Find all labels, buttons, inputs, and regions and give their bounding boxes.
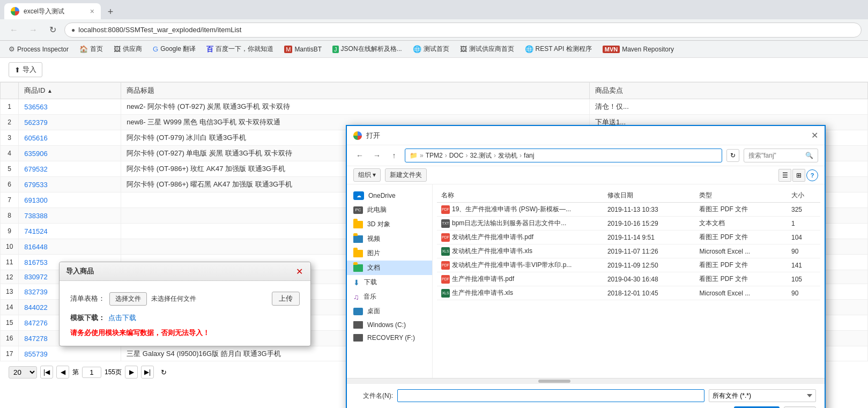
bookmark-json[interactable]: J JSON在线解析及格... — [328, 43, 406, 55]
file-list-item[interactable]: XLS发动机生产件批准申请书.xls 2019-11-07 11:26 Micr… — [437, 244, 820, 258]
bookmark-supplier[interactable]: 🖼 供应商 — [109, 43, 146, 55]
fd-bc-engine[interactable]: 发动机 — [498, 151, 517, 160]
scrollbar-thumb[interactable] — [538, 380, 570, 383]
fd-bc-tpm2[interactable]: TPM2 — [426, 152, 443, 159]
fd-bc-fanj[interactable]: fanj — [524, 152, 534, 159]
bookmark-process-inspector[interactable]: ⚙ Process Inspector — [4, 43, 73, 55]
fd-item-3d[interactable]: 3D 对象 — [347, 217, 432, 232]
fd-bc-test[interactable]: 32.测试 — [470, 151, 492, 160]
fd-forward-button[interactable]: → — [370, 149, 383, 162]
fd-item-music[interactable]: ♫ 音乐 — [347, 290, 432, 304]
page-input[interactable] — [82, 367, 101, 378]
fd-up-button[interactable]: ↑ — [388, 149, 400, 162]
folder-icon — [353, 221, 363, 228]
item-id[interactable]: 605616 — [19, 130, 121, 146]
file-list-item[interactable]: XLS生产件批准申请书.xls 2018-12-01 10:45 Microso… — [437, 286, 820, 300]
refresh-button[interactable]: ↻ — [157, 366, 170, 379]
upload-button[interactable]: 上传 — [272, 292, 300, 306]
last-page-button[interactable]: ▶| — [141, 366, 154, 379]
bookmark-rest-api[interactable]: 🌐 REST API 检测程序 — [521, 43, 596, 55]
fd-item-f-drive[interactable]: RECOVERY (F:) — [347, 331, 432, 344]
fd-organize-button[interactable]: 组织 ▾ — [353, 168, 381, 182]
fd-item-documents[interactable]: 文档 — [347, 261, 432, 275]
tab-favicon — [11, 7, 19, 16]
bookmark-google-translate[interactable]: G Google 翻译 — [149, 43, 200, 55]
item-id[interactable]: 679533 — [19, 177, 121, 192]
file-list-item[interactable]: PDF19、生产件批准申请书 (PSW)-新模板—... 2019-11-13 … — [437, 203, 820, 217]
col-header-id[interactable]: 商品ID ▲ — [19, 83, 121, 99]
first-page-button[interactable]: |◀ — [40, 366, 53, 379]
address-bar[interactable]: ● localhost:8080/SSMTest_war_exploded/it… — [64, 23, 862, 38]
prev-page-button[interactable]: ◀ — [56, 366, 69, 379]
horizontal-scrollbar[interactable] — [347, 378, 825, 383]
item-id[interactable]: 679532 — [19, 161, 121, 177]
bookmark-test-supplier[interactable]: 🖼 测试供应商首页 — [456, 43, 518, 55]
fd-item-pictures[interactable]: 图片 — [347, 246, 432, 261]
file-list-item[interactable]: PDF发动机生产件批准申请书-非VIP带水印.p... 2019-11-09 1… — [437, 258, 820, 272]
choose-file-button[interactable]: 选择文件 — [109, 292, 147, 306]
fd-item-video[interactable]: 视频 — [347, 232, 432, 246]
file-name[interactable]: XLS生产件批准申请书.xls — [437, 286, 603, 300]
import-dialog-close-button[interactable]: ✕ — [294, 266, 304, 276]
bookmark-home[interactable]: 🏠 首页 — [75, 43, 107, 55]
fd-bc-doc[interactable]: DOC — [449, 152, 464, 159]
file-name[interactable]: PDF19、生产件批准申请书 (PSW)-新模板—... — [437, 203, 603, 217]
fd-back-button[interactable]: ← — [353, 149, 366, 162]
file-name[interactable]: TXTbpm日志无法输出到服务器日志文件中... — [437, 217, 603, 231]
file-dialog-close-button[interactable]: ✕ — [811, 130, 818, 140]
fd-item-pc[interactable]: PC 此电脑 — [347, 203, 432, 217]
file-name[interactable]: PDF发动机生产件批准申请书.pdf — [437, 231, 603, 244]
item-id[interactable]: 635906 — [19, 146, 121, 161]
pdf-icon: PDF — [441, 261, 450, 270]
back-button[interactable]: ← — [6, 23, 21, 38]
fd-item-label: 文档 — [367, 263, 380, 272]
fd-col-name[interactable]: 名称 — [437, 189, 603, 203]
item-id[interactable]: 562379 — [19, 115, 121, 130]
fd-filename-input[interactable] — [397, 389, 704, 402]
row-number: 7 — [1, 192, 19, 208]
fd-filetype-select[interactable]: 所有文件 (*.*) — [709, 389, 816, 402]
fd-item-onedrive[interactable]: ☁ OneDrive — [347, 189, 432, 203]
fd-item-downloads[interactable]: ⬇ 下载 — [347, 275, 432, 290]
fd-filename-row: 文件名(N): 所有文件 (*.*) — [355, 389, 816, 402]
fd-new-folder-button[interactable]: 新建文件夹 — [385, 168, 427, 182]
active-tab[interactable]: excel导入测试 × — [4, 3, 101, 19]
bookmark-baidu[interactable]: 百 百度一下，你就知道 — [202, 43, 278, 56]
fd-item-c-drive[interactable]: Windows (C:) — [347, 318, 432, 331]
item-id[interactable]: 816448 — [19, 239, 121, 255]
fd-view-details-button[interactable]: ☰ — [778, 169, 791, 182]
file-name[interactable]: PDF生产件批准申请书.pdf — [437, 272, 603, 286]
import-button[interactable]: ⬆ 导入 — [9, 62, 42, 77]
tab-close-button[interactable]: × — [90, 7, 94, 16]
fd-item-desktop[interactable]: 桌面 — [347, 304, 432, 318]
col-header-title[interactable]: 商品标题 — [121, 83, 590, 99]
next-page-button[interactable]: ▶ — [125, 366, 138, 379]
forward-button[interactable]: → — [26, 23, 41, 38]
page-size-select[interactable]: 20 50 100 — [9, 366, 37, 379]
fd-view-large-button[interactable]: ⊞ — [792, 169, 805, 182]
download-link[interactable]: 点击下载 — [108, 313, 136, 323]
item-id[interactable]: 536563 — [19, 99, 121, 115]
item-id[interactable]: 741524 — [19, 224, 121, 239]
bookmark-mantisbt[interactable]: M MantisBT — [280, 44, 326, 55]
file-name[interactable]: XLS发动机生产件批准申请书.xls — [437, 244, 603, 258]
fd-col-size[interactable]: 大小 — [787, 189, 820, 203]
reload-button[interactable]: ↻ — [45, 23, 60, 38]
bookmark-test-home[interactable]: 🌐 测试首页 — [409, 43, 454, 55]
fd-breadcrumb[interactable]: 📁 » TPM2 › DOC › 32.测试 › 发动机 › fanj — [405, 149, 722, 162]
file-list-item[interactable]: TXTbpm日志无法输出到服务器日志文件中... 2019-10-16 15:2… — [437, 217, 820, 231]
file-name[interactable]: PDF发动机生产件批准申请书-非VIP带水印.p... — [437, 258, 603, 272]
fd-col-type[interactable]: 类型 — [695, 189, 787, 203]
item-id[interactable]: 691300 — [19, 192, 121, 208]
fd-col-date[interactable]: 修改日期 — [603, 189, 695, 203]
file-list-item[interactable]: PDF生产件批准申请书.pdf 2019-04-30 16:48 看图王 PDF… — [437, 272, 820, 286]
fd-search-input[interactable] — [748, 152, 802, 159]
fd-refresh-button[interactable]: ↻ — [726, 149, 739, 162]
item-id[interactable]: 738388 — [19, 208, 121, 224]
new-tab-button[interactable]: + — [103, 4, 118, 19]
bookmark-maven[interactable]: MVN Maven Repository — [598, 44, 678, 55]
item-id[interactable]: 855739 — [19, 346, 121, 361]
file-list-item[interactable]: PDF发动机生产件批准申请书.pdf 2019-11-14 9:51 看图王 P… — [437, 231, 820, 244]
file-date: 2019-04-30 16:48 — [603, 272, 695, 286]
fd-help-button[interactable]: ? — [806, 169, 818, 181]
